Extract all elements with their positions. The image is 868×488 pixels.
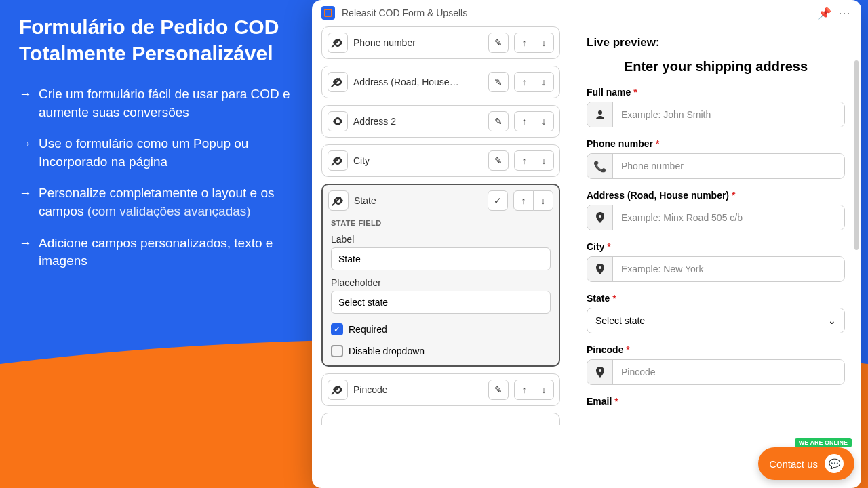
eye-off-icon[interactable] [328, 72, 348, 92]
location-icon [587, 360, 613, 384]
more-icon[interactable]: ⋯ [838, 5, 852, 20]
address-label: Address (Road, House number) * [587, 190, 845, 201]
form-title: Enter your shipping address [587, 59, 845, 75]
move-up-icon[interactable]: ↑ [514, 150, 534, 171]
city-label: City * [587, 241, 845, 252]
eye-icon[interactable] [328, 111, 348, 131]
city-input[interactable]: Example: New York [587, 256, 845, 282]
label-input[interactable] [331, 247, 551, 270]
location-icon [587, 205, 613, 230]
field-row-address2[interactable]: Address 2 ✎ ↑ ↓ [321, 105, 560, 138]
feature-item: →Use o formulário como um Popup ou Incor… [19, 135, 290, 171]
move-down-icon[interactable]: ↓ [534, 72, 554, 92]
svg-point-0 [598, 110, 602, 115]
detail-section-title: STATE FIELD [331, 219, 551, 227]
scrollbar[interactable] [854, 60, 859, 250]
pincode-input[interactable]: Pincode [587, 359, 845, 385]
field-editor: Phone number ✎ ↑ ↓ Address (Road, House…… [312, 26, 570, 488]
app-title: Releasit COD Form & Upsells [342, 7, 811, 18]
confirm-icon[interactable]: ✓ [488, 190, 508, 211]
headline: Formulário de Pedido COD Totalmente Pers… [19, 14, 290, 66]
person-icon [587, 102, 613, 127]
fullname-input[interactable]: Example: John Smith [587, 102, 845, 127]
live-preview-panel: Live preview: Enter your shipping addres… [570, 26, 861, 488]
titlebar: Releasit COD Form & Upsells 📌 ⋯ [312, 0, 861, 26]
label-caption: Label [331, 234, 551, 245]
field-row-state[interactable]: State ✓ ↑ ↓ STATE FIELD Label Placeholde… [321, 184, 560, 367]
checkbox-checked-icon[interactable]: ✓ [331, 323, 343, 336]
move-down-icon[interactable]: ↓ [534, 380, 554, 400]
email-label: Email * [587, 396, 845, 407]
field-row-address[interactable]: Address (Road, House… ✎ ↑ ↓ [321, 66, 560, 98]
edit-icon[interactable]: ✎ [488, 150, 509, 171]
feature-item: →Crie um formulário fácil de usar para C… [19, 85, 290, 121]
required-checkbox-row[interactable]: ✓ Required [331, 323, 551, 336]
eye-off-icon[interactable] [328, 33, 348, 53]
move-down-icon[interactable]: ↓ [534, 33, 554, 53]
move-up-icon[interactable]: ↑ [514, 33, 534, 53]
placeholder-input[interactable] [331, 291, 551, 314]
arrow-icon: → [19, 135, 32, 153]
eye-off-icon[interactable] [328, 380, 348, 400]
field-row-pincode[interactable]: Pincode ✎ ↑ ↓ [321, 373, 560, 406]
move-up-icon[interactable]: ↑ [514, 111, 534, 131]
move-down-icon[interactable]: ↓ [533, 190, 553, 211]
eye-off-icon[interactable] [328, 190, 349, 211]
state-select[interactable]: Select state ⌄ [587, 308, 845, 333]
chat-icon: 💬 [825, 454, 844, 473]
phone-input[interactable]: 📞 Phone number [587, 153, 845, 179]
preview-heading: Live preview: [587, 36, 845, 49]
fullname-label: Full name * [587, 87, 845, 98]
marketing-sidebar: Formulário de Pedido COD Totalmente Pers… [19, 14, 290, 284]
online-badge: WE ARE ONLINE [795, 438, 852, 447]
move-down-icon[interactable]: ↓ [534, 150, 554, 171]
move-up-icon[interactable]: ↑ [514, 380, 534, 400]
address-input[interactable]: Example: Minx Road 505 c/b [587, 205, 845, 230]
location-icon [587, 257, 613, 281]
phone-icon: 📞 [587, 154, 613, 178]
contact-us-button[interactable]: WE ARE ONLINE Contact us 💬 [758, 447, 854, 480]
edit-icon[interactable]: ✎ [488, 72, 509, 92]
arrow-icon: → [19, 184, 32, 203]
pin-icon[interactable]: 📌 [818, 7, 831, 20]
arrow-icon: → [19, 85, 32, 104]
edit-icon[interactable]: ✎ [488, 380, 509, 400]
field-detail-panel: STATE FIELD Label Placeholder ✓ Required… [323, 216, 559, 365]
disable-dropdown-checkbox-row[interactable]: Disable dropdown [331, 345, 551, 357]
eye-off-icon[interactable] [328, 150, 348, 171]
app-logo-icon [321, 6, 335, 20]
field-row-city[interactable]: City ✎ ↑ ↓ [321, 144, 560, 177]
move-up-icon[interactable]: ↑ [513, 190, 534, 211]
field-row-partial [321, 413, 560, 425]
edit-icon[interactable]: ✎ [488, 111, 509, 131]
chevron-down-icon: ⌄ [828, 315, 836, 326]
feature-item: →Adicione campos personalizados, texto e… [19, 235, 290, 270]
edit-icon[interactable]: ✎ [488, 33, 509, 53]
placeholder-caption: Placeholder [331, 277, 551, 288]
move-up-icon[interactable]: ↑ [514, 72, 534, 92]
checkbox-unchecked-icon[interactable] [331, 345, 343, 357]
arrow-icon: → [19, 235, 32, 253]
state-label: State * [587, 293, 845, 304]
app-window: Releasit COD Form & Upsells 📌 ⋯ Phone nu… [312, 0, 861, 488]
move-down-icon[interactable]: ↓ [534, 111, 554, 131]
pincode-label: Pincode * [587, 344, 845, 355]
phone-label: Phone number * [587, 138, 845, 149]
feature-item: →Personalize completamente o layout e os… [19, 184, 290, 220]
field-row-phone[interactable]: Phone number ✎ ↑ ↓ [321, 26, 560, 59]
